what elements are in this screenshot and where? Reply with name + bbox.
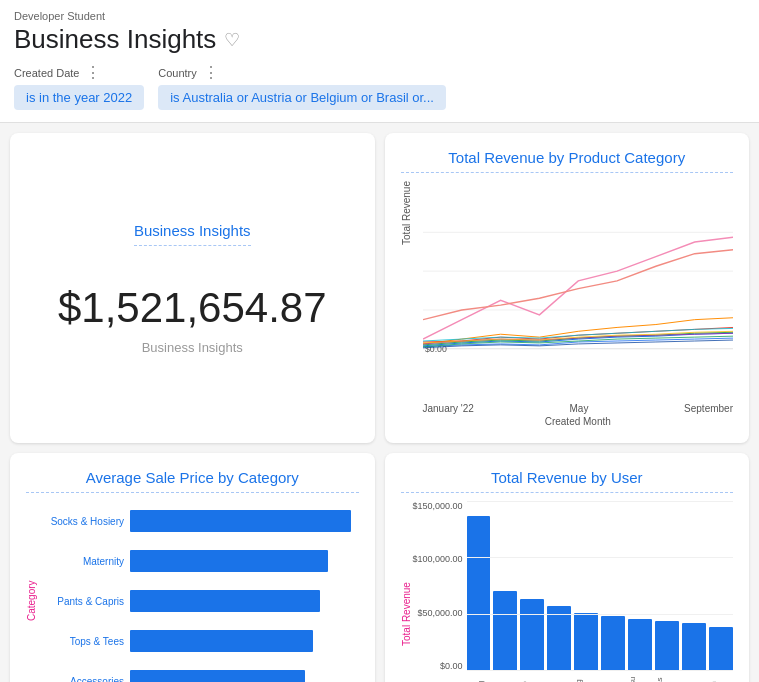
filters-row: Created Date ⋮ is in the year 2022 Count… bbox=[14, 63, 745, 110]
table-row bbox=[547, 606, 571, 671]
x-label-sep: September bbox=[684, 403, 733, 414]
table-row bbox=[130, 628, 359, 654]
h-bar-label-4: Accessories bbox=[40, 676, 124, 683]
bar-fill-3 bbox=[130, 630, 313, 652]
x-label-may: May bbox=[570, 403, 589, 414]
list-item: China - Beijing bbox=[574, 673, 598, 682]
line-chart-svg: $0.00 bbox=[423, 181, 734, 371]
line-chart-area: Total Revenue $0.00 bbox=[401, 181, 734, 401]
v-bar-fill-0 bbox=[467, 516, 491, 671]
line-chart-inner: $0.00 bbox=[423, 181, 734, 371]
h-bar-chart-card: Average Sale Price by Category Category … bbox=[10, 453, 375, 682]
v-bar-fill-8 bbox=[682, 623, 706, 671]
bar-fill-1 bbox=[130, 550, 328, 572]
list-item: China - Zhejiang bbox=[547, 673, 571, 682]
v-bar-fill-3 bbox=[547, 606, 571, 671]
page-title: Business Insights bbox=[14, 24, 216, 55]
grid-line bbox=[467, 557, 734, 558]
h-bar-chart-area: Category Socks & Hosiery Maternity Pants… bbox=[26, 501, 359, 682]
kpi-card: Business Insights $1,521,654.87 Business… bbox=[10, 133, 375, 443]
filter-created-date: Created Date ⋮ is in the year 2022 bbox=[14, 63, 144, 110]
v-bar-fill-9 bbox=[709, 627, 733, 671]
table-row bbox=[493, 591, 517, 671]
h-bar-chart-title: Average Sale Price by Category bbox=[26, 469, 359, 493]
h-bar-y-labels: Socks & Hosiery Maternity Pants & Capris… bbox=[40, 501, 130, 682]
table-row bbox=[520, 599, 544, 671]
kpi-value: $1,521,654.87 bbox=[58, 284, 327, 332]
list-item: Brasil - São Paulo bbox=[520, 673, 544, 682]
v-bar-fill-7 bbox=[655, 621, 679, 671]
line-chart-x-title: Created Month bbox=[401, 416, 734, 427]
v-y-label-2: $50,000.00 bbox=[412, 608, 463, 618]
dev-student-label: Developer Student bbox=[14, 10, 745, 22]
bar-fill-2 bbox=[130, 590, 320, 612]
list-item: Brasil - Jiangsu bbox=[628, 673, 652, 682]
h-bar-label-0: Socks & Hosiery bbox=[40, 516, 124, 527]
bar-fill-4 bbox=[130, 670, 305, 682]
table-row bbox=[130, 548, 359, 574]
table-row bbox=[709, 627, 733, 671]
table-row bbox=[655, 621, 679, 671]
table-row bbox=[574, 613, 598, 671]
line-chart-x-labels: January '22 May September bbox=[401, 403, 734, 414]
table-row bbox=[601, 616, 625, 671]
list-item: China - Shanghai bbox=[493, 673, 517, 682]
kpi-subtitle: Business Insights bbox=[142, 340, 243, 355]
filter-country: Country ⋮ is Australia or Austria or Bel… bbox=[158, 63, 446, 110]
x-label-jan: January '22 bbox=[423, 403, 474, 414]
filter-chip-country[interactable]: is Australia or Austria or Belgium or Br… bbox=[158, 85, 446, 110]
v-bar-chart-title: Total Revenue by User bbox=[401, 469, 734, 493]
title-row: Business Insights ♡ bbox=[14, 24, 745, 55]
table-row bbox=[467, 516, 491, 671]
h-bar-label-3: Tops & Tees bbox=[40, 636, 124, 647]
list-item: China - Hebei bbox=[601, 673, 625, 682]
kpi-card-title: Business Insights bbox=[134, 222, 251, 246]
h-bar-columns bbox=[130, 501, 359, 682]
list-item: China - Fujian bbox=[709, 673, 733, 682]
table-row bbox=[130, 508, 359, 534]
v-y-label-3: $0.00 bbox=[412, 661, 463, 671]
v-bar-main: Total Revenue $150,000.00 $100,000.00 $5… bbox=[401, 501, 734, 682]
v-bar-fill-2 bbox=[520, 599, 544, 671]
v-bar-y-axis-label: Total Revenue bbox=[401, 501, 412, 682]
table-row bbox=[628, 619, 652, 671]
filter-menu-icon-date[interactable]: ⋮ bbox=[85, 63, 101, 82]
grid-line bbox=[467, 501, 734, 502]
list-item: China - Guangdong bbox=[467, 673, 491, 682]
v-bar-fill-1 bbox=[493, 591, 517, 671]
heart-icon[interactable]: ♡ bbox=[224, 29, 240, 51]
line-chart-title: Total Revenue by Product Category bbox=[401, 149, 734, 173]
h-bar-y-axis-label: Category bbox=[26, 501, 40, 682]
bar-fill-0 bbox=[130, 510, 351, 532]
filter-label-date: Created Date bbox=[14, 67, 79, 79]
v-bar-x-labels: China - Guangdong China - Shanghai Brasi… bbox=[412, 673, 734, 682]
v-bar-fill-4 bbox=[574, 613, 598, 671]
dashboard: Business Insights $1,521,654.87 Business… bbox=[0, 123, 759, 682]
v-bar-fill-6 bbox=[628, 619, 652, 671]
v-y-label-0: $150,000.00 bbox=[412, 501, 463, 511]
table-row bbox=[130, 588, 359, 614]
filter-label-country: Country bbox=[158, 67, 197, 79]
table-row bbox=[130, 668, 359, 682]
v-y-label-1: $100,000.00 bbox=[412, 554, 463, 564]
list-item: Brasil - Bahia bbox=[682, 673, 706, 682]
filter-menu-icon-country[interactable]: ⋮ bbox=[203, 63, 219, 82]
v-bar-y-labels: $150,000.00 $100,000.00 $50,000.00 $0.00 bbox=[412, 501, 467, 671]
filter-chip-date[interactable]: is in the year 2022 bbox=[14, 85, 144, 110]
v-bar-chart-card: Total Revenue by User Total Revenue $150… bbox=[385, 453, 750, 682]
header: Developer Student Business Insights ♡ Cr… bbox=[0, 0, 759, 123]
list-item: Brasil - Minas Gerais bbox=[655, 673, 679, 682]
h-bar-label-2: Pants & Capris bbox=[40, 596, 124, 607]
h-bar-label-1: Maternity bbox=[40, 556, 124, 567]
v-bar-fill-5 bbox=[601, 616, 625, 671]
line-chart-y-label: Total Revenue bbox=[401, 181, 419, 245]
v-bar-inner: $150,000.00 $100,000.00 $50,000.00 $0.00 bbox=[412, 501, 734, 671]
line-chart-card: Total Revenue by Product Category Total … bbox=[385, 133, 750, 443]
table-row bbox=[682, 623, 706, 671]
